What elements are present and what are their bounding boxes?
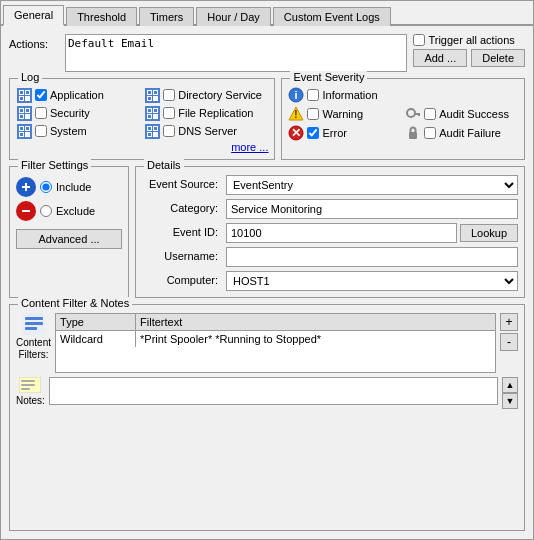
details-grid: Event Source: EventSentry Category: Even… <box>142 175 518 291</box>
filter-exclude-item: Exclude <box>16 201 122 221</box>
notes-textarea[interactable] <box>49 377 498 405</box>
svg-rect-44 <box>26 133 29 136</box>
filter-radio-exclude[interactable] <box>40 205 52 217</box>
tab-timers[interactable]: Timers <box>139 7 194 26</box>
log-icon-application <box>16 87 32 103</box>
severity-item-audit-failure: Audit Failure <box>405 125 518 141</box>
svg-rect-17 <box>154 97 157 100</box>
svg-rect-23 <box>20 109 23 112</box>
event-id-input[interactable] <box>226 223 457 243</box>
scroll-up-button[interactable]: ▲ <box>502 377 518 393</box>
cf-table: Type Filtertext Wildcard *Print Spooler*… <box>55 313 496 373</box>
cf-label: ContentFilters: <box>16 337 51 361</box>
svg-rect-6 <box>26 91 29 94</box>
log-check-file-replication[interactable] <box>163 107 175 119</box>
actions-label: Actions: <box>9 34 59 50</box>
log-label-application: Application <box>50 89 104 101</box>
cf-table-area: Type Filtertext Wildcard *Print Spooler*… <box>55 313 496 373</box>
log-items: Application Directory Service <box>16 87 268 139</box>
svg-point-58 <box>407 109 415 117</box>
log-label-security: Security <box>50 107 90 119</box>
severity-item-error: ✕ Error <box>288 125 401 141</box>
info-icon: i <box>288 87 304 103</box>
severity-check-warning[interactable] <box>307 108 319 120</box>
delete-button[interactable]: Delete <box>471 49 525 67</box>
log-check-dns[interactable] <box>163 125 175 137</box>
category-input[interactable] <box>226 199 518 219</box>
log-group: Log Application <box>9 78 275 160</box>
severity-check-error[interactable] <box>307 127 319 139</box>
log-check-application[interactable] <box>35 89 47 101</box>
cf-label-area: ContentFilters: <box>16 313 51 373</box>
actions-row: Actions: Trigger all actions Add ... Del… <box>9 34 525 72</box>
severity-check-information[interactable] <box>307 89 319 101</box>
log-icon-file-replication <box>144 105 160 121</box>
cf-buttons: + - <box>500 313 518 373</box>
log-icon-security <box>16 105 32 121</box>
svg-rect-70 <box>25 317 43 320</box>
filter-settings-group: Filter Settings Include Ex <box>9 166 129 298</box>
svg-rect-50 <box>148 127 151 130</box>
svg-rect-24 <box>26 109 29 112</box>
username-input[interactable] <box>226 247 518 267</box>
svg-rect-52 <box>148 133 151 136</box>
svg-rect-72 <box>25 327 37 330</box>
severity-label-warning: Warning <box>322 108 363 120</box>
log-label-system: System <box>50 125 87 137</box>
log-item-application: Application <box>16 87 140 103</box>
log-label-directory: Directory Service <box>178 89 262 101</box>
svg-text:!: ! <box>295 109 298 120</box>
event-source-select[interactable]: EventSentry <box>226 175 518 195</box>
trigger-all-checkbox[interactable] <box>413 34 425 46</box>
svg-rect-5 <box>20 91 23 94</box>
severity-label-audit-success: Audit Success <box>439 108 509 120</box>
event-source-label: Event Source: <box>142 175 222 195</box>
filter-settings-title: Filter Settings <box>18 159 91 171</box>
severity-label-audit-failure: Audit Failure <box>439 127 501 139</box>
scroll-down-button[interactable]: ▼ <box>502 393 518 409</box>
log-check-security[interactable] <box>35 107 47 119</box>
trigger-all-check: Trigger all actions <box>413 34 525 46</box>
severity-items: i Information ! Warning <box>288 87 518 141</box>
log-check-system[interactable] <box>35 125 47 137</box>
log-icon-system <box>16 123 32 139</box>
add-button[interactable]: Add ... <box>413 49 467 67</box>
details-title: Details <box>144 159 184 171</box>
table-row[interactable]: Wildcard *Print Spooler* *Running to Sto… <box>56 331 495 347</box>
computer-select[interactable]: HOST1 <box>226 271 518 291</box>
svg-rect-26 <box>26 115 29 118</box>
main-content: Actions: Trigger all actions Add ... Del… <box>1 26 533 539</box>
filter-items: Include Exclude <box>16 177 122 221</box>
advanced-button[interactable]: Advanced ... <box>16 229 122 249</box>
tab-custom-event-logs[interactable]: Custom Event Logs <box>273 7 391 26</box>
severity-item-information: i Information <box>288 87 518 103</box>
svg-text:i: i <box>295 89 298 101</box>
svg-rect-63 <box>409 132 417 139</box>
severity-label-information: Information <box>322 89 377 101</box>
svg-rect-34 <box>148 115 151 118</box>
severity-label-error: Error <box>322 127 346 139</box>
cf-remove-button[interactable]: - <box>500 333 518 351</box>
log-label-dns: DNS Server <box>178 125 237 137</box>
tab-hour-day[interactable]: Hour / Day <box>196 7 271 26</box>
log-check-directory[interactable] <box>163 89 175 101</box>
svg-rect-71 <box>25 322 43 325</box>
svg-rect-41 <box>20 127 23 130</box>
cf-add-button[interactable]: + <box>500 313 518 331</box>
tab-general[interactable]: General <box>3 5 64 26</box>
tab-threshold[interactable]: Threshold <box>66 7 137 26</box>
severity-check-audit-success[interactable] <box>424 108 436 120</box>
severity-check-audit-failure[interactable] <box>424 127 436 139</box>
log-item-dns: DNS Server <box>144 123 268 139</box>
event-severity-group: Event Severity i Information ! <box>281 78 525 160</box>
log-severity-row: Log Application <box>9 78 525 160</box>
lookup-button[interactable]: Lookup <box>460 224 518 242</box>
log-group-title: Log <box>18 71 42 83</box>
filter-radio-include[interactable] <box>40 181 52 193</box>
filter-label-exclude: Exclude <box>56 205 95 217</box>
actions-textarea[interactable] <box>65 34 407 72</box>
computer-label: Computer: <box>142 271 222 291</box>
svg-rect-76 <box>21 388 30 390</box>
svg-rect-75 <box>21 384 35 386</box>
more-link[interactable]: more ... <box>16 141 268 153</box>
